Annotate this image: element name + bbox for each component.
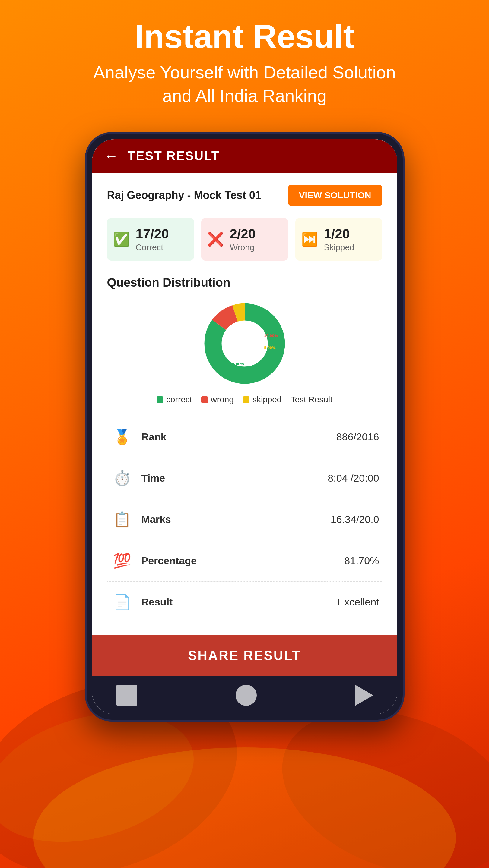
wrong-info: 2/20 Wrong (230, 226, 256, 252)
stats-row: ✅ 17/20 Correct ❌ 2/20 Wrong ⏭️ (107, 218, 382, 261)
marks-label: Marks (142, 514, 208, 525)
legend-correct-label: correct (166, 395, 192, 404)
legend-test-result: Test Result (290, 395, 333, 404)
time-icon: ⏱️ (110, 466, 134, 490)
test-name: Raj Geography - Mock Test 01 (107, 189, 261, 202)
rank-label: Rank (142, 431, 208, 443)
chart-wrong-pct: 10.00% (264, 333, 278, 338)
wrong-card: ❌ 2/20 Wrong (201, 218, 288, 261)
stats-table: 🏅 Rank 886/2016 ⏱️ Time 8:04 /20:00 📋 Ma… (107, 416, 382, 623)
percentage-row: 💯 Percentage 81.70% (107, 540, 382, 582)
legend-correct: correct (156, 395, 192, 404)
content-area: Raj Geography - Mock Test 01 VIEW SOLUTI… (92, 173, 397, 635)
result-label: Result (142, 596, 208, 608)
skipped-info: 1/20 Skipped (324, 226, 354, 252)
chart-container: 85.00% 10.00% 5.00% (107, 299, 382, 389)
percentage-icon: 💯 (110, 549, 134, 573)
chart-center (223, 322, 266, 365)
test-header-row: Raj Geography - Mock Test 01 VIEW SOLUTI… (107, 185, 382, 206)
time-row: ⏱️ Time 8:04 /20:00 (107, 458, 382, 499)
wrong-icon: ❌ (207, 231, 224, 247)
legend-correct-dot (156, 396, 163, 403)
time-value: 8:04 /20:00 (327, 472, 379, 484)
correct-number: 17/20 (136, 226, 169, 241)
main-subtitle: Analyse Yourself with Detailed Solutiona… (93, 61, 396, 108)
share-result-button[interactable]: SHARE RESULT (92, 635, 397, 676)
nav-square-button[interactable] (116, 685, 137, 706)
skipped-card: ⏭️ 1/20 Skipped (295, 218, 382, 261)
top-bar: ← TEST RESULT (92, 139, 397, 173)
skipped-icon: ⏭️ (301, 231, 318, 247)
chart-skipped-pct: 5.00% (264, 345, 276, 350)
percentage-value: 81.70% (344, 555, 379, 567)
nav-back-button[interactable] (355, 685, 373, 706)
skipped-label: Skipped (324, 243, 354, 252)
legend-test-result-label: Test Result (290, 395, 333, 404)
phone-screen: ← TEST RESULT Raj Geography - Mock Test … (92, 139, 397, 714)
chart-correct-pct: 85.00% (230, 362, 244, 366)
marks-row: 📋 Marks 16.34/20.0 (107, 499, 382, 540)
back-button[interactable]: ← (104, 148, 119, 164)
rank-row: 🏅 Rank 886/2016 (107, 416, 382, 458)
wrong-label: Wrong (230, 243, 256, 252)
donut-chart: 85.00% 10.00% 5.00% (199, 299, 290, 389)
result-value: Excellent (338, 596, 379, 608)
rank-icon: 🏅 (110, 425, 134, 449)
top-bar-title: TEST RESULT (127, 149, 220, 163)
result-row: 📄 Result Excellent (107, 582, 382, 623)
legend-skipped: skipped (243, 395, 282, 404)
rank-value: 886/2016 (336, 431, 379, 443)
phone-mockup: ← TEST RESULT Raj Geography - Mock Test … (85, 132, 405, 721)
correct-card: ✅ 17/20 Correct (107, 218, 194, 261)
correct-icon: ✅ (113, 231, 130, 247)
legend-skipped-dot (243, 396, 250, 403)
main-title: Instant Result (93, 18, 396, 55)
header-section: Instant Result Analyse Yourself with Det… (93, 18, 396, 108)
chart-legend: correct wrong skipped Test Result (107, 395, 382, 404)
phone-bottom-nav (92, 676, 397, 714)
correct-label: Correct (136, 243, 169, 252)
time-label: Time (142, 472, 208, 484)
nav-home-button[interactable] (236, 685, 257, 706)
correct-info: 17/20 Correct (136, 226, 169, 252)
legend-wrong-dot (201, 396, 208, 403)
legend-skipped-label: skipped (253, 395, 282, 404)
legend-wrong-label: wrong (211, 395, 234, 404)
result-icon: 📄 (110, 590, 134, 614)
marks-value: 16.34/20.0 (330, 514, 379, 525)
chart-section-title: Question Distribution (107, 276, 382, 289)
skipped-number: 1/20 (324, 226, 354, 241)
wrong-number: 2/20 (230, 226, 256, 241)
view-solution-button[interactable]: VIEW SOLUTION (288, 185, 382, 206)
marks-icon: 📋 (110, 507, 134, 532)
percentage-label: Percentage (142, 555, 208, 567)
legend-wrong: wrong (201, 395, 234, 404)
